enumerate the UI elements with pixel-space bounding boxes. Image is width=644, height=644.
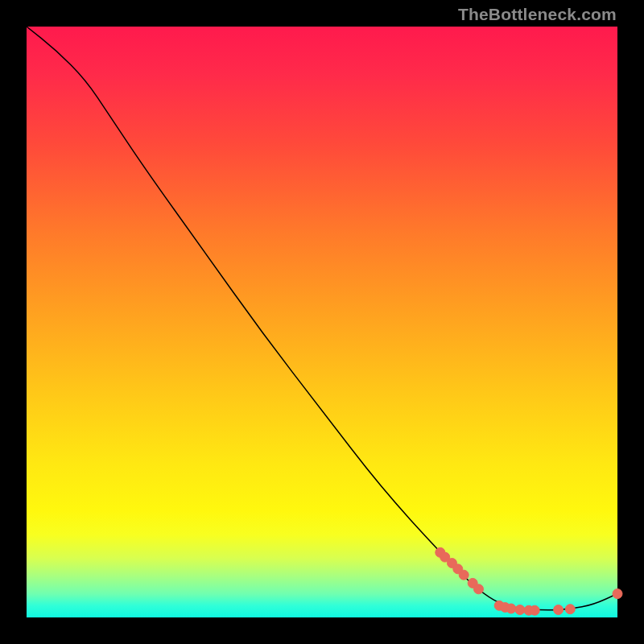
stage: TheBottleneck.com (0, 0, 644, 644)
plot-area (27, 27, 617, 617)
highlight-dot (530, 605, 539, 615)
highlight-dot (474, 584, 484, 594)
highlight-dot (506, 604, 516, 613)
watermark-text: TheBottleneck.com (458, 5, 617, 24)
highlight-dot (459, 570, 469, 580)
highlight-dots (436, 547, 622, 615)
highlight-dot (613, 589, 622, 599)
highlight-dot (554, 605, 564, 615)
highlight-dot (515, 605, 525, 615)
highlight-dot (565, 605, 575, 614)
bottleneck-curve (27, 27, 617, 610)
chart-svg (27, 27, 617, 617)
